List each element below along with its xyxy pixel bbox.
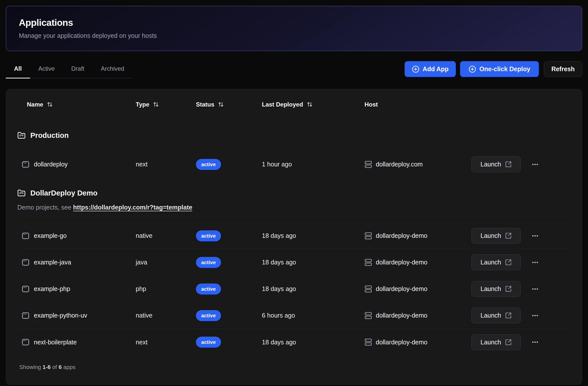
status-badge: active — [196, 283, 221, 295]
launch-button[interactable]: Launch — [471, 254, 521, 270]
launch-button[interactable]: Launch — [471, 281, 521, 297]
arrow-up-down-icon — [218, 102, 224, 107]
app-window-icon — [22, 312, 29, 319]
circle-plus-icon — [412, 65, 419, 73]
launch-button[interactable]: Launch — [471, 334, 521, 350]
app-type: native — [136, 312, 196, 319]
tab-archived[interactable]: Archived — [93, 64, 132, 78]
server-icon — [364, 312, 372, 319]
group-name: Production — [30, 131, 69, 140]
ellipsis-icon — [531, 312, 539, 319]
page-subtitle: Manage your applications deployed on you… — [19, 32, 569, 39]
external-link-icon — [505, 339, 512, 346]
applications-page: { "hero": { "title": "Applications", "su… — [0, 0, 588, 386]
app-name: example-java — [34, 259, 71, 266]
app-name: dollardeploy — [34, 161, 68, 168]
group-description: Demo projects, see https://dollardeploy.… — [17, 204, 571, 211]
app-type: php — [136, 285, 196, 293]
external-link-icon — [505, 312, 512, 319]
status-badge: active — [196, 159, 221, 170]
app-window-icon — [22, 161, 29, 168]
one-click-deploy-button[interactable]: One-click Deploy — [460, 61, 539, 77]
ellipsis-icon — [531, 338, 539, 346]
app-window-icon — [22, 259, 29, 266]
arrow-up-down-icon — [47, 102, 53, 107]
row-menu-button[interactable] — [530, 231, 540, 241]
row-menu-button[interactable] — [530, 159, 540, 170]
host-name: dollardeploy-demo — [376, 312, 427, 319]
last-deployed: 1 hour ago — [262, 161, 364, 168]
table-header-row: Name Type Status Last Deployed Host — [17, 89, 571, 120]
arrow-up-down-icon — [153, 102, 159, 107]
host-name: dollardeploy-demo — [376, 339, 427, 346]
app-window-icon — [22, 338, 29, 346]
table-row: example-java java active 18 days ago dol… — [17, 249, 571, 276]
host-name: dollardeploy-demo — [376, 232, 427, 239]
column-header-type: Type — [136, 101, 196, 108]
tab-active[interactable]: Active — [30, 64, 63, 78]
launch-button[interactable]: Launch — [471, 156, 521, 172]
server-icon — [364, 259, 372, 266]
app-type: native — [136, 232, 196, 239]
host-name: dollardeploy-demo — [376, 259, 427, 266]
last-deployed: 18 days ago — [262, 339, 364, 346]
row-menu-button[interactable] — [530, 257, 540, 268]
toolbar-actions: Add App One-click Deploy Refresh — [405, 61, 582, 77]
app-type: next — [136, 161, 196, 168]
page-title: Applications — [19, 18, 569, 28]
app-window-icon — [22, 285, 29, 293]
column-header-host: Host — [364, 101, 471, 108]
last-deployed: 18 days ago — [262, 232, 364, 239]
app-window-icon — [22, 232, 29, 240]
external-link-icon — [505, 232, 512, 239]
template-link[interactable]: https://dollardeploy.com/r?tag=template — [73, 204, 192, 211]
group-header-production: Production — [17, 120, 571, 151]
folder-icon — [17, 189, 26, 197]
status-badge: active — [196, 257, 221, 268]
app-name: example-go — [34, 232, 67, 239]
table-row: dollardeploy next active 1 hour ago doll… — [17, 151, 571, 178]
last-deployed: 18 days ago — [262, 285, 364, 293]
folder-icon — [17, 131, 26, 140]
external-link-icon — [505, 259, 512, 266]
launch-button[interactable]: Launch — [471, 228, 521, 244]
table-row: example-python-uv native active 6 hours … — [17, 302, 571, 329]
circle-plus-icon — [469, 65, 476, 73]
sort-type-button[interactable] — [153, 102, 159, 107]
server-icon — [364, 285, 372, 293]
refresh-button[interactable]: Refresh — [544, 61, 582, 77]
table-row: next-boilerplate next active 18 days ago… — [17, 329, 571, 355]
server-icon — [364, 161, 372, 168]
group-name: DollarDeploy Demo — [30, 189, 98, 197]
last-deployed: 18 days ago — [262, 259, 364, 266]
tab-draft[interactable]: Draft — [63, 64, 93, 78]
sort-status-button[interactable] — [218, 102, 224, 107]
row-menu-button[interactable] — [530, 310, 540, 321]
app-type: next — [136, 339, 196, 346]
launch-button[interactable]: Launch — [471, 308, 521, 323]
page-header-banner: Applications Manage your applications de… — [6, 6, 582, 51]
external-link-icon — [505, 285, 512, 292]
row-menu-button[interactable] — [530, 337, 540, 347]
tab-all[interactable]: All — [6, 64, 30, 78]
app-type: java — [136, 259, 196, 266]
sort-name-button[interactable] — [47, 102, 53, 107]
table-row: example-php php active 18 days ago dolla… — [17, 276, 571, 302]
app-name: next-boilerplate — [34, 339, 77, 346]
host-name: dollardeploy.com — [376, 161, 423, 168]
table-row: example-go native active 18 days ago dol… — [17, 223, 571, 249]
external-link-icon — [505, 161, 512, 168]
sort-last-deployed-button[interactable] — [307, 102, 313, 107]
row-menu-button[interactable] — [530, 284, 540, 294]
applications-table-card: Name Type Status Last Deployed Host Prod… — [6, 89, 582, 385]
status-badge: active — [196, 310, 221, 321]
total-count: 6 — [58, 364, 62, 370]
ellipsis-icon — [531, 161, 539, 168]
last-deployed: 6 hours ago — [262, 312, 364, 319]
ellipsis-icon — [531, 232, 539, 240]
arrow-up-down-icon — [307, 102, 313, 107]
table-footer-summary: Showing 1-6 of 6 apps — [17, 355, 571, 370]
add-app-button[interactable]: Add App — [405, 61, 456, 77]
ellipsis-icon — [531, 259, 539, 266]
server-icon — [364, 232, 372, 240]
